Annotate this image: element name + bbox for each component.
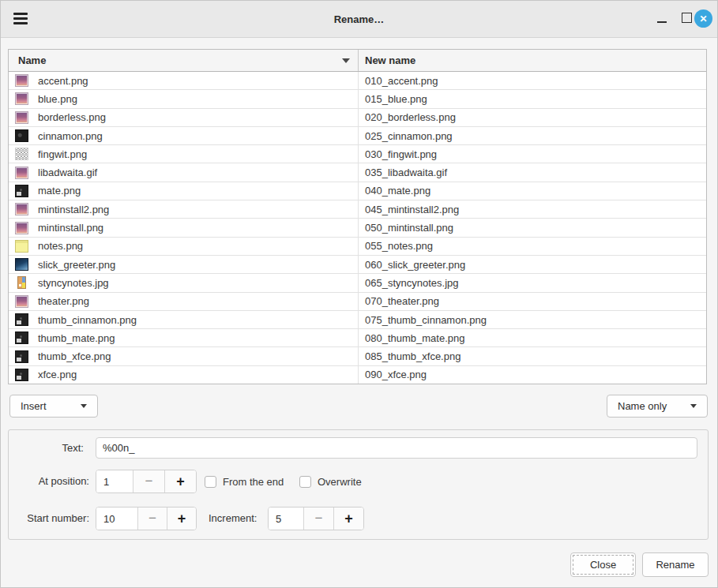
start-number-input[interactable] [96,507,137,530]
file-thumbnail-icon [15,313,28,326]
table-row[interactable]: xfce.png 090_xfce.png [9,366,706,384]
chevron-down-icon [690,404,697,408]
increment-input[interactable] [269,507,303,530]
decrement-button[interactable]: − [303,507,333,530]
file-new-name: 060_slick_greeter.png [359,256,706,273]
file-new-name: 030_fingwit.png [359,145,706,163]
table-row[interactable]: thumb_mate.png 080_thumb_mate.png [9,329,706,347]
text-input[interactable] [96,437,697,459]
table-row[interactable]: mintinstall.png 050_mintinstall.png [9,219,706,237]
at-position-input[interactable] [96,470,133,492]
file-new-name: 015_blue.png [359,90,706,107]
file-new-name: 070_theater.png [359,293,706,310]
file-name: accent.png [38,75,88,87]
file-name: slick_greeter.png [38,259,115,271]
file-name: thumb_xfce.png [38,350,111,362]
file-name: notes.png [38,240,83,252]
operation-dropdown-label: Insert [21,400,47,412]
file-thumbnail-icon [15,92,28,105]
checkbox-icon [205,476,216,488]
file-new-name: 045_mintinstall2.png [359,200,706,218]
file-name: libadwaita.gif [38,167,97,178]
column-header-name[interactable]: Name [9,50,359,71]
table-row[interactable]: accent.png 010_accent.png [9,72,706,90]
file-new-name: 010_accent.png [359,72,706,89]
decrement-button[interactable]: − [137,507,167,530]
column-header-new-name[interactable]: New name [359,50,706,71]
file-new-name: 080_thumb_mate.png [359,329,706,346]
at-position-label: At position: [9,470,89,493]
overwrite-label: Overwrite [318,476,362,488]
file-name: xfce.png [38,369,77,380]
rename-button[interactable]: Rename [642,552,709,577]
table-row[interactable]: notes.png 055_notes.png [9,238,706,256]
hamburger-menu-button[interactable] [13,13,28,24]
checkbox-icon [299,476,311,488]
file-name: styncynotes.jpg [38,277,109,289]
window-title: Rename… [1,1,717,37]
chevron-down-icon [81,404,87,408]
scope-dropdown-label: Name only [618,400,667,412]
close-button[interactable]: Close [570,552,636,577]
start-number-spinner: − + [96,507,197,530]
file-new-name: 085_thumb_xfce.png [359,347,706,365]
file-new-name: 075_thumb_cinnamon.png [359,311,706,328]
from-the-end-checkbox[interactable]: From the end [205,470,284,493]
file-new-name: 025_cinnamon.png [359,127,706,144]
table-row[interactable]: borderless.png 020_borderless.png [9,109,706,127]
file-name: theater.png [38,295,89,307]
file-thumbnail-icon [15,185,28,197]
table-row[interactable]: theater.png 070_theater.png [9,293,706,311]
table-row[interactable]: styncynotes.jpg 065_styncynotes.jpg [9,274,706,292]
table-row[interactable]: mate.png 040_mate.png [9,182,706,200]
table-row[interactable]: fingwit.png 030_fingwit.png [9,145,706,163]
decrement-button[interactable]: − [133,470,164,492]
at-position-spinner: − + [96,470,197,493]
operation-dropdown[interactable]: Insert [9,395,98,418]
increment-button[interactable]: + [167,507,196,530]
table-row[interactable]: mintinstall2.png 045_mintinstall2.png [9,200,706,219]
file-thumbnail-icon [15,295,28,308]
rename-preview-table: Name New name accent.png 010_accent.png … [8,49,707,384]
rename-dialog-window: Rename… ✕ Name New name accent.png 01 [0,0,718,588]
file-new-name: 020_borderless.png [359,109,706,126]
file-thumbnail-icon [15,111,28,124]
file-name: mate.png [38,185,81,197]
table-row[interactable]: cinnamon.png 025_cinnamon.png [9,127,706,145]
file-thumbnail-icon [15,240,28,253]
scope-dropdown[interactable]: Name only [607,395,708,418]
file-name: blue.png [38,93,77,105]
file-new-name: 040_mate.png [359,182,706,200]
minus-icon: − [315,511,323,526]
increment-button[interactable]: + [333,507,363,530]
minus-icon: − [145,474,153,489]
increment-button[interactable]: + [164,470,196,492]
table-row[interactable]: slick_greeter.png 060_slick_greeter.png [9,256,706,274]
table-row[interactable]: thumb_cinnamon.png 075_thumb_cinnamon.pn… [9,311,706,329]
increment-label: Increment: [209,507,260,530]
increment-spinner: − + [268,507,364,530]
file-thumbnail-icon [15,167,28,179]
file-new-name: 090_xfce.png [359,366,706,384]
minimize-button[interactable] [657,21,667,23]
file-thumbnail-icon [15,74,28,87]
file-thumbnail-icon [15,222,28,234]
file-thumbnail-icon [15,331,28,344]
text-label: Text: [9,437,84,459]
minus-icon: − [148,511,156,526]
file-name: thumb_mate.png [38,332,115,344]
file-thumbnail-icon [17,276,26,289]
table-row[interactable]: blue.png 015_blue.png [9,90,706,108]
maximize-button[interactable] [682,13,692,23]
close-window-button[interactable]: ✕ [694,9,712,28]
overwrite-checkbox[interactable]: Overwrite [299,470,362,493]
close-icon: ✕ [699,13,707,24]
file-new-name: 035_libadwaita.gif [359,163,706,181]
table-header: Name New name [9,50,706,72]
file-thumbnail-icon [15,350,28,363]
file-new-name: 055_notes.png [359,238,706,255]
insert-options-panel: Text: At position: − + From the end Over… [8,429,709,540]
plus-icon: + [178,511,186,527]
table-row[interactable]: thumb_xfce.png 085_thumb_xfce.png [9,347,706,365]
table-row[interactable]: libadwaita.gif 035_libadwaita.gif [9,163,706,182]
